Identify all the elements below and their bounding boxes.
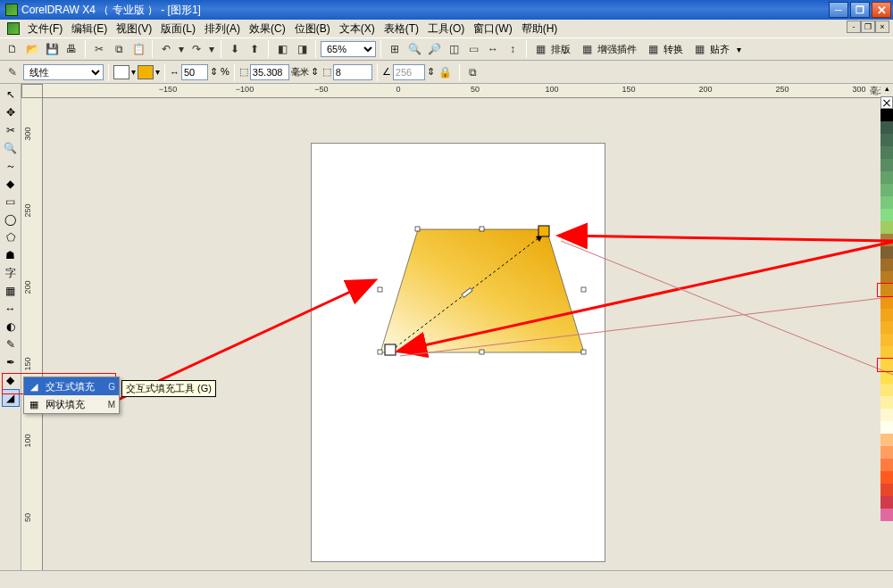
zoom-page-button[interactable]: ▭: [464, 40, 482, 58]
palette-swatch[interactable]: [880, 296, 893, 309]
mdi-close-button[interactable]: ×: [875, 21, 889, 33]
menu-file[interactable]: 文件(F): [23, 20, 67, 38]
redo-dropdown[interactable]: ▾: [207, 40, 216, 58]
copy-props-button[interactable]: ⧉: [464, 63, 482, 81]
welcome-button[interactable]: ◨: [293, 40, 311, 58]
mdi-minimize-button[interactable]: -: [847, 21, 861, 33]
fill-tool[interactable]: ◆: [2, 371, 20, 389]
close-button[interactable]: ✕: [872, 2, 891, 18]
palette-swatch[interactable]: [880, 496, 893, 509]
midpoint-input[interactable]: [181, 64, 208, 80]
appstart-button[interactable]: ◧: [273, 40, 291, 58]
polygon-tool[interactable]: ⬠: [2, 228, 20, 246]
palette-swatch[interactable]: [880, 259, 893, 271]
palette-swatch[interactable]: [880, 321, 893, 334]
freehand-tool[interactable]: ～: [2, 157, 20, 175]
fill-from-color[interactable]: [113, 65, 129, 79]
menu-help[interactable]: 帮助(H): [517, 20, 563, 38]
fill-to-color[interactable]: [138, 65, 154, 79]
minimize-button[interactable]: ─: [829, 2, 848, 18]
palette-swatch[interactable]: [880, 246, 893, 259]
x-input[interactable]: [250, 64, 289, 80]
palette-swatch[interactable]: [880, 196, 893, 209]
palette-swatch[interactable]: [880, 334, 893, 346]
eyedropper-tool[interactable]: ✎: [2, 335, 20, 353]
zoom-width-button[interactable]: ↔: [484, 40, 502, 58]
drawing-canvas[interactable]: [43, 98, 893, 570]
crop-tool[interactable]: ✂: [2, 121, 20, 139]
mdi-restore-button[interactable]: ❐: [861, 21, 875, 33]
convert-btn[interactable]: ▦: [644, 40, 662, 58]
palette-swatch[interactable]: [880, 384, 893, 396]
menu-view[interactable]: 视图(V): [112, 20, 156, 38]
palette-swatch[interactable]: [880, 171, 893, 184]
zoom-tool[interactable]: 🔍: [2, 139, 20, 157]
menu-window[interactable]: 窗口(W): [469, 20, 516, 38]
menu-arrange[interactable]: 排列(A): [200, 20, 245, 38]
pick-tool[interactable]: ↖: [2, 86, 20, 104]
selected-shape[interactable]: [380, 228, 584, 354]
vertical-ruler[interactable]: 300 250 200 150 100 50: [21, 98, 43, 570]
palette-swatch[interactable]: [880, 309, 893, 321]
paste-button[interactable]: 📋: [129, 40, 147, 58]
palette-swatch[interactable]: [880, 209, 893, 221]
menu-text[interactable]: 文本(X): [335, 20, 380, 38]
ellipse-tool[interactable]: ◯: [2, 211, 20, 228]
menu-effects[interactable]: 效果(C): [245, 20, 290, 38]
palette-swatch[interactable]: [880, 221, 893, 234]
palette-swatch[interactable]: [880, 459, 893, 471]
zoom-height-button[interactable]: ↕: [504, 40, 522, 58]
palette-swatch[interactable]: [880, 434, 893, 446]
menu-table[interactable]: 表格(T): [380, 20, 423, 38]
menu-layout[interactable]: 版面(L): [156, 20, 200, 38]
table-tool[interactable]: ▦: [2, 282, 20, 300]
snap-label[interactable]: 贴齐: [710, 43, 730, 56]
open-button[interactable]: 📂: [23, 40, 41, 58]
zoom-in-button[interactable]: 🔍: [405, 40, 423, 58]
palette-swatch[interactable]: [880, 134, 893, 146]
zoom-combo[interactable]: 65%: [321, 41, 376, 57]
dim-tool[interactable]: ↔: [2, 300, 20, 318]
y-input[interactable]: [333, 64, 372, 80]
export-button[interactable]: ⬆: [246, 40, 263, 58]
palette-swatch[interactable]: [880, 396, 893, 409]
print-button[interactable]: 🖶: [63, 40, 80, 58]
plugin-btn[interactable]: ▦: [578, 40, 596, 58]
zoom-fit-button[interactable]: ◫: [445, 40, 463, 58]
snap-btn[interactable]: ▦: [690, 40, 708, 58]
undo-dropdown[interactable]: ▾: [177, 40, 186, 58]
palette-swatch[interactable]: [880, 346, 893, 359]
palette-swatch[interactable]: [880, 121, 893, 134]
palette-swatch[interactable]: [880, 184, 893, 196]
rectangle-tool[interactable]: ▭: [2, 193, 20, 211]
shape-tool[interactable]: ✥: [2, 104, 20, 121]
zoom-out-button[interactable]: 🔎: [425, 40, 443, 58]
maximize-button[interactable]: ❐: [850, 2, 870, 18]
palette-swatch[interactable]: [880, 421, 893, 434]
convert-label[interactable]: 转换: [663, 43, 683, 56]
palette-swatch[interactable]: [880, 509, 893, 521]
menu-bitmap[interactable]: 位图(B): [290, 20, 335, 38]
redo-button[interactable]: ↷: [188, 40, 205, 58]
palette-swatch[interactable]: [880, 484, 893, 496]
interactive-fill-tool[interactable]: ◢: [2, 389, 20, 407]
menu-edit[interactable]: 编辑(E): [67, 20, 112, 38]
text-tool[interactable]: 字: [2, 264, 20, 282]
edit-fill-button[interactable]: ✎: [4, 63, 21, 81]
palette-swatch[interactable]: [880, 371, 893, 384]
basic-shapes-tool[interactable]: ☗: [2, 246, 20, 264]
blend-tool[interactable]: ◐: [2, 318, 20, 335]
copy-button[interactable]: ⧉: [110, 40, 128, 58]
ruler-origin[interactable]: [21, 84, 43, 98]
palette-swatch[interactable]: [880, 109, 893, 121]
palette-scroll-up[interactable]: ▴: [880, 84, 893, 96]
layout-label[interactable]: 排版: [551, 43, 571, 56]
snap-button[interactable]: ⊞: [386, 40, 404, 58]
horizontal-ruler[interactable]: −150 −100 −50 0 50 100 150 200 250 300 毫…: [43, 84, 893, 98]
layout-btn[interactable]: ▦: [531, 40, 549, 58]
smart-fill-tool[interactable]: ◆: [2, 175, 20, 193]
palette-no-fill[interactable]: [880, 96, 893, 109]
plugin-label[interactable]: 增强插件: [597, 43, 637, 56]
cut-button[interactable]: ✂: [90, 40, 108, 58]
palette-swatch[interactable]: [880, 471, 893, 484]
